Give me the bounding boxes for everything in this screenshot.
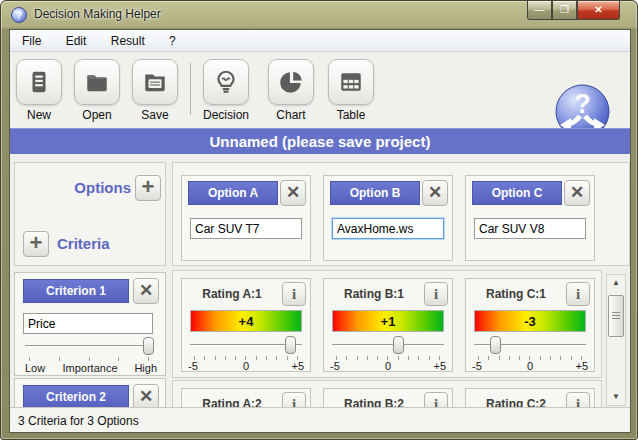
project-title-banner: Unnamed (please save project): [10, 128, 630, 154]
info-icon: i: [434, 286, 438, 302]
delete-option-a-button[interactable]: ✕: [280, 180, 306, 206]
rating-c1-slider-thumb[interactable]: [490, 336, 501, 354]
table-icon: [338, 69, 364, 95]
rating-a1-title: Rating A:1: [182, 287, 282, 301]
rating-a1-card: Rating A:1 i +4 -5 0 +5: [181, 278, 311, 372]
rating-c1-value-bar: -3: [474, 310, 586, 332]
option-c-header: Option C: [472, 181, 562, 205]
delete-option-b-button[interactable]: ✕: [422, 180, 448, 206]
importance-slider-thumb[interactable]: [143, 337, 154, 355]
option-b-header: Option B: [330, 181, 420, 205]
criterion-1-header: Criterion 1: [23, 279, 129, 303]
ratings-scrollbar[interactable]: ▲ ▼: [606, 274, 626, 406]
rating-b1-title: Rating B:1: [324, 287, 424, 301]
app-icon: ?: [11, 7, 27, 23]
options-row-panel: Option A ✕ Option B ✕ Option C ✕: [172, 162, 630, 266]
scrollbar-thumb[interactable]: [608, 295, 624, 337]
decision-label: Decision: [194, 108, 258, 122]
importance-high-label: High: [134, 362, 157, 374]
scale-max-label: +5: [433, 360, 446, 372]
titlebar: ? Decision Making Helper — ❐ ✕: [1, 1, 637, 29]
table-label: Table: [320, 108, 382, 122]
rating-c1-slider[interactable]: [474, 335, 586, 355]
app-window: ? Decision Making Helper — ❐ ✕ File Edit…: [0, 0, 638, 440]
plus-icon: +: [30, 230, 43, 255]
importance-ticks: [29, 357, 149, 361]
maximize-button[interactable]: ❐: [552, 1, 577, 20]
save-icon: [142, 69, 168, 95]
pie-chart-icon: [278, 69, 304, 95]
new-document-icon: [26, 69, 52, 95]
decision-button[interactable]: Decision: [194, 59, 258, 122]
rating-c1-title: Rating C:1: [466, 287, 566, 301]
rating-b1-slider[interactable]: [332, 335, 444, 355]
toolbar: New Open Save Decision: [10, 53, 630, 127]
rating-a1-value-bar: +4: [190, 310, 302, 332]
minimize-button[interactable]: —: [527, 1, 552, 20]
criterion-1-name-input[interactable]: [23, 313, 153, 334]
status-bar: 3 Criteria for 3 Options: [10, 407, 630, 433]
add-option-button[interactable]: +: [135, 175, 161, 201]
criterion-1-card: Criterion 1 ✕ Low Importance High: [14, 272, 166, 376]
option-a-name-input[interactable]: [190, 218, 302, 239]
option-a-header: Option A: [188, 181, 278, 205]
decision-bulb-icon: [213, 69, 239, 95]
rating-b1-info-button[interactable]: i: [424, 282, 448, 306]
rating-a1-slider-thumb[interactable]: [285, 336, 296, 354]
menu-bar: File Edit Result ?: [10, 30, 630, 52]
plus-icon: +: [142, 174, 155, 199]
open-label: Open: [68, 108, 126, 122]
rating-a1-slider[interactable]: [190, 335, 302, 355]
menu-file[interactable]: File: [13, 30, 50, 48]
options-section-label: Options: [74, 179, 131, 196]
rating-a1-info-button[interactable]: i: [282, 282, 306, 306]
criterion-2-header: Criterion 2: [23, 385, 129, 409]
scale-max-label: +5: [575, 360, 588, 372]
rating-b1-slider-thumb[interactable]: [393, 336, 404, 354]
add-criterion-button[interactable]: +: [23, 231, 49, 257]
save-label: Save: [126, 108, 184, 122]
close-icon: ✕: [139, 387, 153, 406]
importance-slider[interactable]: [25, 336, 153, 356]
new-label: New: [10, 108, 68, 122]
rating-b1-value-bar: +1: [332, 310, 444, 332]
scrollbar-grip: [612, 312, 620, 321]
close-icon: ✕: [428, 183, 442, 202]
window-title: Decision Making Helper: [34, 7, 161, 21]
chart-button[interactable]: Chart: [260, 59, 322, 122]
info-icon: i: [576, 286, 580, 302]
rating-c1-card: Rating C:1 i -3 -5 0 +5: [465, 278, 595, 372]
option-b-card: Option B ✕: [323, 175, 453, 261]
close-button[interactable]: ✕: [577, 1, 620, 20]
menu-result[interactable]: Result: [102, 30, 154, 48]
slider-track: [332, 344, 444, 346]
delete-criterion-1-button[interactable]: ✕: [133, 278, 159, 304]
option-c-card: Option C ✕: [465, 175, 595, 261]
scroll-down-icon[interactable]: ▼: [607, 389, 625, 405]
new-button[interactable]: New: [10, 59, 68, 122]
scroll-up-icon[interactable]: ▲: [607, 275, 625, 291]
svg-text:?: ?: [574, 89, 591, 119]
table-button[interactable]: Table: [320, 59, 382, 122]
save-button[interactable]: Save: [126, 59, 184, 122]
delete-option-c-button[interactable]: ✕: [564, 180, 590, 206]
option-c-name-input[interactable]: [474, 218, 586, 239]
close-icon: ✕: [286, 183, 300, 202]
close-icon: ✕: [139, 281, 153, 300]
toolbar-separator: [190, 63, 191, 115]
client-area: File Edit Result ? New Open: [9, 29, 631, 433]
scale-max-label: +5: [291, 360, 304, 372]
menu-help[interactable]: ?: [160, 30, 185, 48]
open-folder-icon: [84, 69, 110, 95]
open-button[interactable]: Open: [68, 59, 126, 122]
ratings-row-1-panel: Rating A:1 i +4 -5 0 +5 Rating B:1 i: [172, 270, 602, 378]
chart-label: Chart: [260, 108, 322, 122]
rating-c1-info-button[interactable]: i: [566, 282, 590, 306]
rating-b1-card: Rating B:1 i +1 -5 0 +5: [323, 278, 453, 372]
info-icon: i: [292, 286, 296, 302]
slider-track: [25, 345, 153, 347]
option-b-name-input[interactable]: [332, 218, 444, 239]
option-a-card: Option A ✕: [181, 175, 311, 261]
criteria-section-label: Criteria: [57, 235, 110, 252]
menu-edit[interactable]: Edit: [57, 30, 96, 48]
